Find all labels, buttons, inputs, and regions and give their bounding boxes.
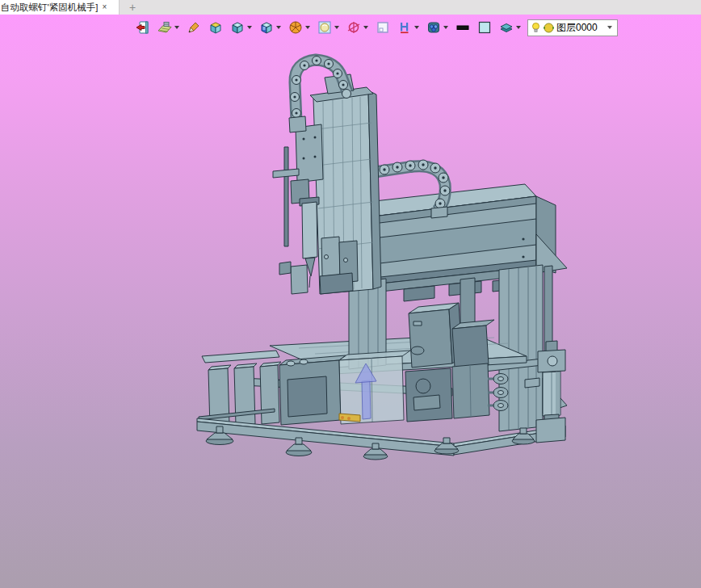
sphere-in-box-icon[interactable] — [317, 19, 333, 36]
datum-axis-dropdown[interactable] — [362, 19, 369, 36]
local-frame-icon[interactable] — [375, 19, 391, 36]
control-box[interactable] — [409, 303, 494, 368]
dimension-h-dropdown[interactable] — [413, 19, 420, 36]
model-3d-view[interactable] — [0, 0, 701, 588]
bulb-icon — [531, 22, 541, 34]
feature-cube-icon[interactable] — [258, 19, 275, 36]
line-style-icon[interactable] — [455, 19, 471, 36]
datum-axis-icon[interactable] — [346, 19, 362, 36]
fill-color-icon[interactable] — [476, 19, 493, 36]
pencil-icon[interactable] — [186, 19, 202, 36]
layer-selector-dropdown-icon[interactable] — [605, 26, 615, 29]
layer-selector[interactable]: 图层0000 — [527, 19, 618, 36]
extrude-box-icon[interactable] — [208, 19, 224, 36]
quick-toolbar: 图层0000 — [135, 18, 618, 37]
exit-sketch-icon[interactable] — [135, 19, 151, 36]
sketch-plane-icon[interactable] — [157, 19, 173, 36]
z-axis-tower[interactable] — [273, 74, 381, 294]
sphere-in-box-dropdown[interactable] — [333, 19, 340, 36]
assembly-dropdown[interactable] — [442, 19, 449, 36]
cad-application-window: 自动取螺钉'紧固机械手] × + — [0, 0, 701, 588]
revolve-wheel-dropdown[interactable] — [304, 19, 311, 36]
layer-selector-value: 图层0000 — [556, 21, 598, 35]
feature-cube-dropdown[interactable] — [275, 19, 282, 36]
assembly-icon[interactable] — [426, 19, 442, 36]
model-viewport[interactable]: 图层0000 — [0, 15, 701, 588]
translucent-box[interactable] — [339, 351, 410, 424]
layers-icon[interactable] — [498, 19, 514, 36]
solid-cube-icon[interactable] — [229, 19, 246, 36]
solid-cube-dropdown[interactable] — [246, 19, 253, 36]
revolve-wheel-icon[interactable] — [288, 19, 304, 36]
layer-color-icon — [543, 22, 555, 34]
dimension-h-icon[interactable] — [397, 19, 413, 36]
sketch-plane-dropdown[interactable] — [173, 19, 180, 36]
thumb-screws[interactable] — [488, 374, 508, 411]
layers-dropdown[interactable] — [514, 19, 522, 36]
